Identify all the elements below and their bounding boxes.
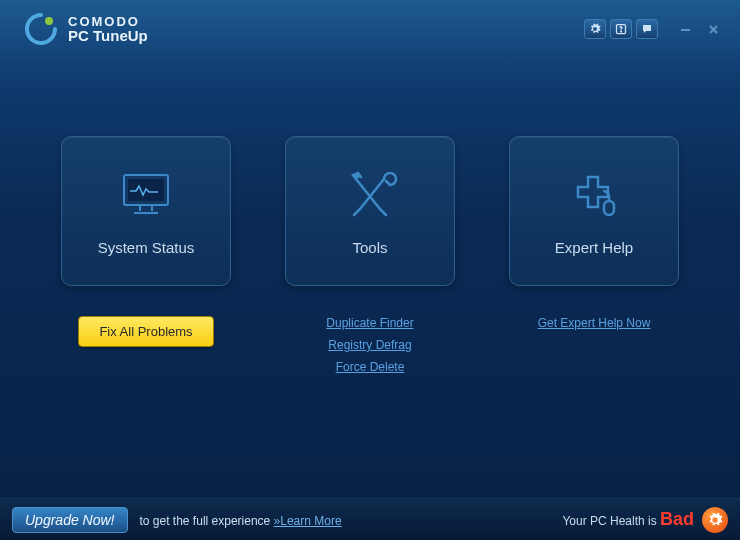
learn-more-link[interactable]: »Learn More <box>274 514 342 528</box>
footer-bar: Upgrade Now! to get the full experience … <box>0 498 740 540</box>
title-bar: COMODO PC TuneUp <box>0 0 740 56</box>
help-icon[interactable] <box>610 19 632 39</box>
brand-sub: PC TuneUp <box>68 28 148 43</box>
tools-label: Tools <box>352 239 387 256</box>
expert-help-label: Expert Help <box>555 239 633 256</box>
expert-help-icon <box>566 167 622 223</box>
svg-rect-6 <box>604 201 614 215</box>
minimize-button[interactable] <box>674 20 696 38</box>
pc-health-value: Bad <box>660 509 694 529</box>
footer-text: to get the full experience <box>140 514 274 528</box>
tools-column: Tools Duplicate Finder Registry Defrag F… <box>280 136 460 374</box>
system-status-card[interactable]: System Status <box>61 136 231 286</box>
force-delete-link[interactable]: Force Delete <box>336 360 405 374</box>
expert-help-column: Expert Help Get Expert Help Now <box>504 136 684 374</box>
feedback-icon[interactable] <box>636 19 658 39</box>
fix-all-problems-button[interactable]: Fix All Problems <box>78 316 213 347</box>
main-content: System Status Fix All Problems Tools Dup… <box>0 56 740 374</box>
registry-defrag-link[interactable]: Registry Defrag <box>328 338 411 352</box>
duplicate-finder-link[interactable]: Duplicate Finder <box>326 316 413 330</box>
get-expert-help-link[interactable]: Get Expert Help Now <box>538 316 651 330</box>
upgrade-now-button[interactable]: Upgrade Now! <box>12 507 128 533</box>
svg-point-2 <box>621 31 622 32</box>
pc-health-label: Your PC Health is <box>562 514 660 528</box>
svg-point-0 <box>45 17 53 25</box>
tools-icon <box>342 167 398 223</box>
monitor-icon <box>118 167 174 223</box>
tools-card[interactable]: Tools <box>285 136 455 286</box>
system-status-label: System Status <box>98 239 195 256</box>
close-button[interactable] <box>702 20 724 38</box>
svg-rect-3 <box>681 29 690 31</box>
expert-help-card[interactable]: Expert Help <box>509 136 679 286</box>
comodo-logo-icon <box>24 12 58 46</box>
health-badge-icon[interactable] <box>702 507 728 533</box>
settings-icon[interactable] <box>584 19 606 39</box>
system-status-column: System Status Fix All Problems <box>56 136 236 374</box>
brand: COMODO PC TuneUp <box>24 12 148 46</box>
